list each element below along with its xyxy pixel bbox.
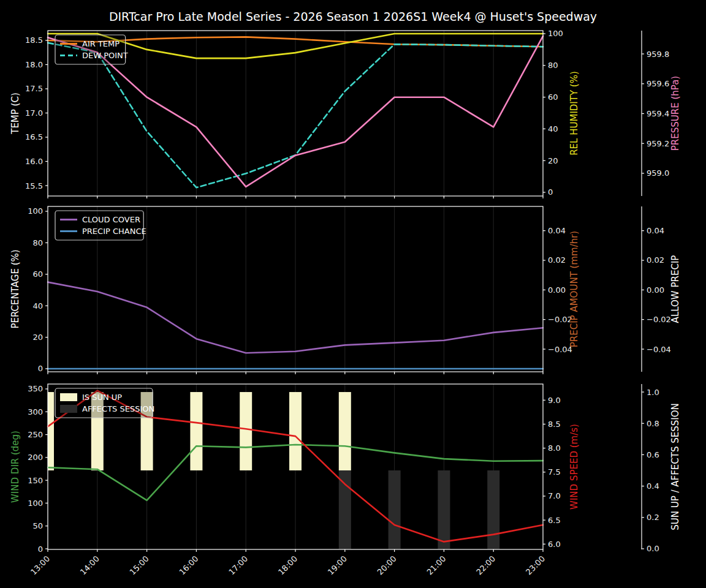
temperature-panel: 18.518.017.517.016.516.015.5TEMP (C)1008… — [0, 24, 706, 202]
wind-sun-right2-axis-label: SUN UP / AFFECTS SESSION — [670, 403, 681, 530]
tick-label: 0 — [38, 364, 43, 373]
tick-label: 7.0 — [548, 491, 561, 500]
legend-swatch — [60, 405, 77, 413]
tick-label: 8.5 — [548, 420, 561, 429]
tick-label: 17.5 — [25, 84, 43, 93]
tick-label: −0.04 — [647, 345, 671, 354]
temperature-right1-axis-label: REL HUMIDITY (%) — [569, 71, 580, 156]
tick-label: 100 — [28, 206, 43, 216]
tick-label: 60 — [32, 270, 43, 279]
affects-session-bar — [389, 470, 401, 549]
tick-label: 60 — [548, 92, 558, 102]
affects-session-bar — [487, 470, 499, 549]
temperature-right1-axis: 100806040200REL HUMIDITY (%) — [543, 29, 580, 197]
clouds-precip-panel: 100806040200PERCENTAGE (%)0.040.020.00−0… — [0, 200, 706, 378]
affects-session-bar — [339, 470, 351, 549]
x-tick-label: 17:00 — [227, 554, 249, 577]
legend-label: CLOUD COVER — [82, 215, 140, 224]
tick-label: 17.0 — [25, 108, 43, 118]
tick-label: 18.0 — [25, 60, 43, 69]
x-tick-label: 15:00 — [128, 554, 151, 577]
tick-label: 0 — [38, 545, 43, 554]
legend-label: DEW POINT — [82, 51, 128, 60]
tick-label: 959.8 — [647, 50, 669, 59]
tick-label: 0.04 — [647, 226, 664, 235]
tick-label: 6.5 — [548, 516, 561, 525]
x-tick-label: 21:00 — [425, 554, 447, 577]
x-tick-label: 18:00 — [276, 554, 299, 577]
wind-sun-left-axis: 350300250200150100500WIND DIR (deg) — [10, 384, 48, 553]
tick-label: 0.00 — [548, 285, 566, 295]
tick-label: 16.5 — [25, 132, 43, 141]
weather-forecast-figure: DIRTcar Pro Late Model Series - 2026 Sea… — [0, 0, 706, 588]
clouds-precip-left-axis: 100806040200PERCENTAGE (%) — [10, 206, 48, 373]
temperature-left-axis-label: TEMP (C) — [10, 92, 21, 135]
tick-label: 100 — [28, 499, 43, 508]
is-sun-up-bar — [339, 392, 351, 470]
legend-label: AIR TEMP — [82, 39, 120, 48]
x-tick-label: 22:00 — [474, 554, 497, 577]
tick-label: 7.5 — [548, 467, 561, 477]
tick-label: 1.0 — [647, 388, 659, 397]
tick-label: 18.5 — [25, 36, 43, 45]
legend-label: IS SUN UP — [82, 393, 122, 402]
is-sun-up-bar — [289, 392, 302, 470]
clouds-precip-left-axis-label: PERCENTAGE (%) — [10, 249, 21, 328]
x-tick-label: 20:00 — [376, 554, 398, 577]
wind-sun-legend: IS SUN UPAFFECTS SESSION — [55, 388, 154, 418]
tick-label: 0.6 — [647, 450, 659, 459]
figure-title: DIRTcar Pro Late Model Series - 2026 Sea… — [0, 9, 706, 24]
temperature-legend: AIR TEMPDEW POINT — [55, 35, 128, 64]
x-tick-label: 13:00 — [29, 554, 51, 577]
affects-session-bar — [438, 470, 450, 549]
clouds-precip-right2-axis: 0.040.020.00−0.02−0.04ALLOW PRECIP — [642, 226, 681, 353]
legend-label: PRECIP CHANCE — [82, 227, 146, 236]
tick-label: 40 — [548, 124, 558, 134]
tick-label: 80 — [548, 61, 558, 70]
tick-label: 959.2 — [647, 139, 669, 148]
tick-label: 300 — [28, 407, 43, 417]
clouds-precip-legend: CLOUD COVERPRECIP CHANCE — [55, 211, 146, 240]
clouds-precip-right1-axis-label: PRECIP AMOUNT (mm/hr) — [569, 231, 580, 347]
tick-label: 0.4 — [647, 481, 659, 491]
tick-label: 350 — [28, 384, 43, 393]
tick-label: 150 — [28, 476, 43, 485]
is-sun-up-bar — [48, 392, 54, 470]
tick-label: 80 — [32, 238, 43, 247]
tick-label: 8.0 — [548, 443, 561, 453]
tick-label: 100 — [548, 29, 563, 38]
tick-label: 0.02 — [548, 255, 566, 265]
tick-label: 16.0 — [25, 157, 43, 166]
tick-label: 20 — [548, 156, 558, 165]
clouds-precip-right2-axis-label: ALLOW PRECIP — [670, 255, 681, 323]
is-sun-up-bar — [240, 392, 252, 470]
tick-label: 959.4 — [647, 109, 669, 118]
tick-label: 200 — [28, 453, 43, 462]
legend-label: AFFECTS SESSION — [82, 404, 154, 413]
wind-sun-right1-axis: 9.08.58.07.57.06.56.0WIND SPEED (m/s) — [543, 396, 580, 549]
tick-label: 15.5 — [25, 181, 43, 190]
wind-sun-left-axis-label: WIND DIR (deg) — [10, 431, 21, 503]
tick-label: 6.0 — [548, 540, 561, 549]
tick-label: 959.6 — [647, 79, 669, 88]
tick-label: 0.0 — [647, 544, 659, 553]
wind-sun-panel: 350300250200150100500WIND DIR (deg)9.08.… — [0, 378, 706, 588]
clouds-precip-right1-axis: 0.040.020.00−0.02−0.04PRECIP AMOUNT (mm/… — [543, 226, 580, 353]
x-tick-label: 23:00 — [524, 554, 547, 577]
tick-label: 0.00 — [647, 285, 664, 295]
legend-swatch — [60, 393, 77, 401]
x-tick-label: 19:00 — [326, 554, 349, 577]
tick-label: 9.0 — [548, 396, 561, 405]
tick-label: 0.2 — [647, 513, 659, 522]
x-tick-label: 16:00 — [177, 554, 200, 577]
temperature-right2-axis: 959.8959.6959.4959.2959.0PRESSURE (hPa) — [642, 50, 681, 178]
tick-label: 0.04 — [548, 226, 566, 235]
is-sun-up-bar — [190, 392, 202, 470]
wind-sun-right2-axis: 1.00.80.60.40.20.0SUN UP / AFFECTS SESSI… — [642, 388, 681, 554]
tick-label: 40 — [32, 301, 43, 311]
temperature-right2-axis-label: PRESSURE (hPa) — [670, 76, 681, 151]
tick-label: 0 — [548, 187, 553, 197]
tick-label: 20 — [32, 333, 43, 342]
tick-label: 0.02 — [647, 255, 664, 265]
tick-label: 250 — [28, 430, 43, 439]
